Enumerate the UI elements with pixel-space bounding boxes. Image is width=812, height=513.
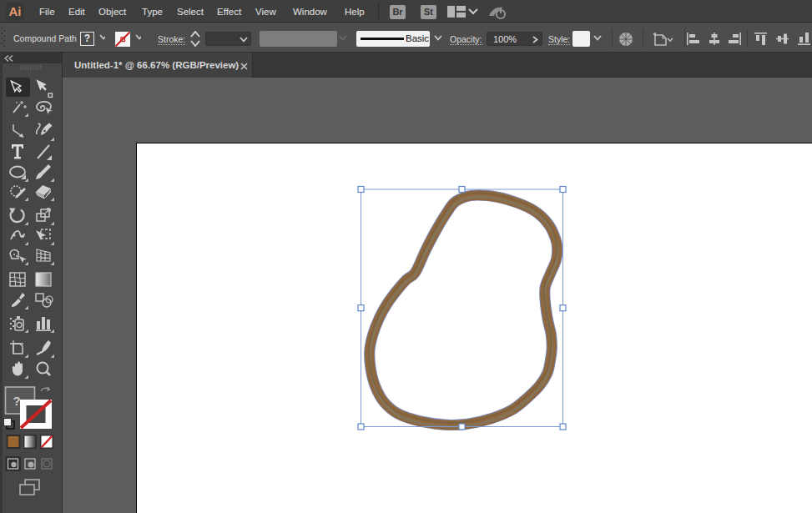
svg-text:?: ? bbox=[13, 394, 20, 408]
